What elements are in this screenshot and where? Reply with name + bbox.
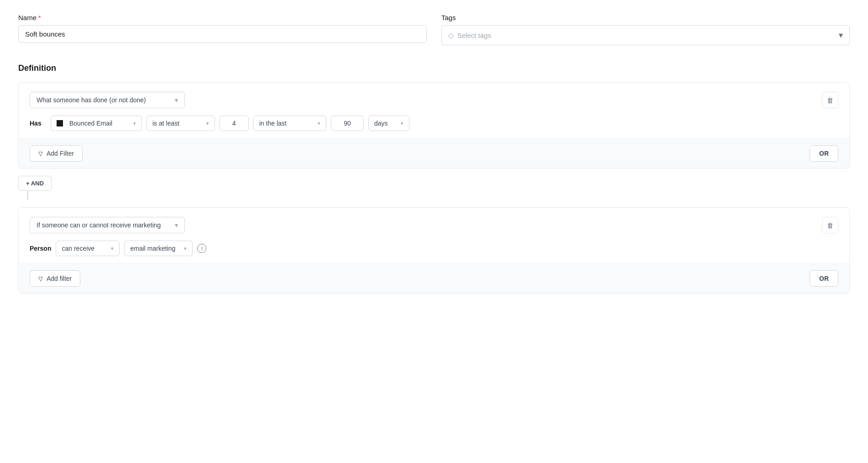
tags-select[interactable]: ◇ Select tags ▾: [441, 25, 850, 45]
email-marketing-select[interactable]: email marketing ▾: [124, 241, 193, 256]
condition-1-or-button[interactable]: OR: [810, 145, 838, 162]
delete-icon: 🗑: [827, 96, 834, 104]
days-unit-select[interactable]: days ▾: [368, 116, 409, 131]
add-filter-label: Add Filter: [47, 150, 74, 157]
condition-1-type-label: What someone has done (or not done): [37, 96, 146, 104]
condition-1-type-chevron-icon: ▾: [175, 96, 178, 104]
condition-2-add-filter-button[interactable]: ▽ Add filter: [30, 270, 80, 287]
tag-icon: ◇: [448, 31, 454, 40]
days-number-input[interactable]: [331, 116, 364, 131]
bounced-email-chevron-icon: ▾: [133, 121, 136, 126]
can-receive-label: can receive: [62, 245, 94, 252]
tags-placeholder: Select tags: [457, 32, 491, 39]
email-marketing-label: email marketing: [130, 245, 175, 252]
condition-2-footer: ▽ Add filter OR: [19, 263, 849, 293]
or-label-2: OR: [819, 275, 829, 282]
condition-1-footer: ▽ Add Filter OR: [19, 138, 849, 168]
condition-2-type-label: If someone can or cannot receive marketi…: [37, 221, 161, 229]
condition-2-type-chevron-icon: ▾: [175, 221, 178, 229]
is-at-least-label: is at least: [152, 120, 179, 127]
can-receive-select[interactable]: can receive ▾: [56, 241, 120, 256]
definition-title: Definition: [18, 63, 850, 73]
condition-1-add-filter-button[interactable]: ▽ Add Filter: [30, 145, 83, 162]
condition-2-person-row: Person can receive ▾ email marketing ▾ i: [30, 241, 838, 256]
has-label: Has: [30, 120, 46, 127]
add-filter-label-2: Add filter: [47, 275, 72, 282]
tags-chevron-icon: ▾: [839, 30, 843, 40]
at-least-number-input[interactable]: [220, 116, 249, 131]
tags-select-inner: ◇ Select tags: [448, 31, 491, 40]
condition-block-1: What someone has done (or not done) ▾ 🗑 …: [18, 82, 850, 168]
is-at-least-select[interactable]: is at least ▾: [146, 116, 215, 131]
condition-2-type-select[interactable]: If someone can or cannot receive marketi…: [30, 217, 185, 233]
bounced-email-label: Bounced Email: [69, 120, 112, 127]
condition-2-or-button[interactable]: OR: [810, 270, 838, 287]
add-filter-icon-2: ▽: [38, 275, 43, 282]
name-input[interactable]: [18, 25, 427, 43]
and-button[interactable]: + AND: [18, 176, 52, 191]
condition-1-header: What someone has done (or not done) ▾ 🗑: [30, 92, 838, 108]
name-group: Name *: [18, 14, 427, 45]
condition-block-2: If someone can or cannot receive marketi…: [18, 207, 850, 294]
condition-block-1-inner: What someone has done (or not done) ▾ 🗑 …: [19, 83, 849, 131]
email-marketing-chevron-icon: ▾: [184, 246, 187, 252]
or-label: OR: [819, 150, 829, 157]
condition-1-type-select[interactable]: What someone has done (or not done) ▾: [30, 92, 185, 108]
in-the-last-label: in the last: [259, 120, 287, 127]
is-at-least-chevron-icon: ▾: [206, 121, 209, 126]
in-the-last-chevron-icon: ▾: [318, 121, 320, 126]
add-filter-icon: ▽: [38, 150, 43, 157]
condition-2-delete-button[interactable]: 🗑: [822, 217, 838, 233]
connector-line: [27, 191, 28, 200]
tags-group: Tags ◇ Select tags ▾: [441, 14, 850, 45]
days-unit-chevron-icon: ▾: [401, 121, 403, 126]
tags-label: Tags: [441, 14, 850, 21]
condition-block-2-inner: If someone can or cannot receive marketi…: [19, 208, 849, 256]
and-connector: + AND: [18, 176, 850, 200]
bounced-icon: [57, 120, 63, 126]
info-icon[interactable]: i: [197, 244, 206, 253]
bounced-email-select[interactable]: Bounced Email ▾: [51, 116, 142, 131]
in-the-last-select[interactable]: in the last ▾: [253, 116, 326, 131]
condition-1-delete-button[interactable]: 🗑: [822, 92, 838, 108]
condition-1-has-row: Has Bounced Email ▾ is at least ▾ in the…: [30, 116, 838, 131]
name-label: Name *: [18, 14, 427, 21]
condition-2-header: If someone can or cannot receive marketi…: [30, 217, 838, 233]
days-unit-label: days: [374, 120, 388, 127]
and-label: + AND: [26, 180, 44, 187]
required-indicator: *: [38, 14, 41, 21]
form-header: Name * Tags ◇ Select tags ▾: [18, 14, 850, 45]
can-receive-chevron-icon: ▾: [111, 246, 114, 252]
person-label: Person: [30, 245, 51, 252]
delete-icon-2: 🗑: [827, 221, 834, 229]
definition-section: Definition What someone has done (or not…: [18, 63, 850, 294]
